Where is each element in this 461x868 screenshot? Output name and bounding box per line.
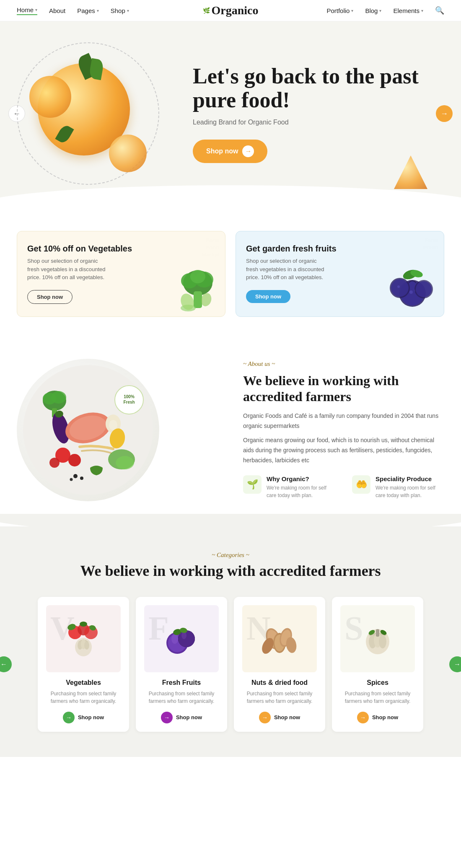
hero-section: ← Let's go back to the past pure food! L… (0, 21, 461, 206)
svg-point-29 (109, 420, 117, 430)
svg-point-38 (70, 478, 73, 481)
svg-point-37 (80, 477, 83, 480)
svg-text:100%: 100% (124, 394, 135, 399)
category-title-spices: Spices (340, 679, 415, 687)
feature-organic-title: Why Organic? (267, 475, 335, 482)
orange-wedge (109, 135, 147, 172)
food-circle: 100% Fresh (17, 359, 159, 501)
feature-speciality: 🤲 Speciality Produce We're making room f… (352, 475, 444, 499)
nav-item-portfolio[interactable]: Portfolio ▾ (326, 7, 353, 14)
blog-caret: ▾ (379, 8, 381, 13)
about-desc-1: Organic Foods and Café is a family run c… (243, 411, 444, 431)
navigation: Home ▾ About Pages ▾ Shop ▾ 🌿 Organico P… (0, 0, 461, 21)
elements-caret: ▾ (421, 8, 423, 13)
svg-point-35 (116, 456, 134, 469)
categories-prev-button[interactable]: ← (0, 656, 12, 672)
svg-point-32 (68, 454, 81, 466)
category-card-vegetables: V Veg (38, 597, 129, 732)
svg-point-71 (379, 635, 386, 648)
promo-title-1: Get 10% off on Vegetables (27, 244, 215, 254)
orange-slice-side (29, 76, 71, 118)
nav-item-blog[interactable]: Blog ▾ (365, 7, 381, 14)
promo-section: FarmFoodMarket Get 10% off on Vegetables… (0, 206, 461, 334)
category-card-spices: S Spi (332, 597, 423, 732)
promo-title-2: Get garden fresh fruits (246, 244, 434, 254)
category-image-vegetables: V (46, 605, 121, 672)
categories-title: We believe in working with accredited fa… (17, 562, 444, 580)
categories-wave-top (0, 514, 461, 535)
promo-card-fruits: FarmFresh Get garden fresh fruits Shop o… (236, 231, 444, 317)
svg-text:Fresh: Fresh (123, 400, 135, 404)
hero-shop-now-button[interactable]: Shop now → (193, 140, 267, 163)
category-desc-spices: Purchasing from select family farmers wh… (340, 690, 415, 705)
nav-item-about[interactable]: About (49, 7, 65, 14)
nuts-btn-arrow-icon: → (259, 712, 271, 723)
spices-btn-arrow-icon: → (357, 712, 369, 723)
food-arrangement-image: 100% Fresh (21, 363, 155, 497)
vegetables-btn-arrow-icon: → (63, 712, 75, 723)
category-btn-nuts[interactable]: → Shop now (259, 712, 300, 723)
hero-title: Let's go back to the past pure food! (193, 64, 427, 112)
logo[interactable]: 🌿 Organico (203, 4, 259, 17)
categories-grid: V Veg (38, 597, 423, 732)
about-image-side: 100% Fresh (17, 359, 218, 501)
feature-organic: 🌱 Why Organic? We're making room for sel… (243, 475, 335, 499)
category-btn-vegetables[interactable]: → Shop now (63, 712, 104, 723)
svg-point-46 (80, 622, 87, 627)
svg-point-3 (190, 270, 205, 283)
category-btn-spices[interactable]: → Shop now (357, 712, 398, 723)
promo-btn-vegetables[interactable]: Shop now (27, 290, 73, 304)
category-card-nuts: N Nuts & dried food Pur (234, 597, 325, 732)
promo-desc-1: Shop our selection of organic fresh vege… (27, 257, 111, 282)
about-title: We believe in working with accredited fa… (243, 373, 444, 405)
nav-item-shop[interactable]: Shop ▾ (111, 7, 129, 14)
category-desc-vegetables: Purchasing from select family farmers wh… (46, 690, 121, 705)
svg-rect-4 (194, 291, 202, 308)
fruit-composition (25, 51, 151, 176)
svg-point-14 (397, 285, 400, 288)
category-title-fruits: Fresh Fruits (144, 679, 219, 687)
broccoli-icon (175, 262, 221, 312)
nav-item-elements[interactable]: Elements ▾ (393, 7, 423, 14)
category-title-nuts: Nuts & dried food (242, 679, 317, 687)
about-features: 🌱 Why Organic? We're making room for sel… (243, 475, 444, 499)
about-section: 100% Fresh ~ About us ~ We believe in wo… (0, 334, 461, 526)
promo-desc-2: Shop our selection of organic fresh vege… (246, 257, 330, 282)
about-eyebrow: ~ About us ~ (243, 360, 444, 368)
categories-eyebrow: ~ Categories ~ (17, 552, 444, 559)
svg-point-33 (49, 458, 60, 468)
categories-next-button[interactable]: → (449, 656, 461, 672)
nav-item-home[interactable]: Home ▾ (17, 6, 37, 15)
svg-point-22 (51, 391, 66, 404)
hero-next-button[interactable]: → (436, 105, 453, 122)
organic-icon: 🌱 (243, 475, 262, 494)
promo-card-vegetables: FarmFoodMarket Get 10% off on Vegetables… (17, 231, 225, 317)
promo-watermark-1: FarmFoodMarket (202, 237, 219, 259)
category-desc-fruits: Purchasing from select family farmers wh… (144, 690, 219, 705)
blueberry-icon (385, 262, 440, 312)
portfolio-caret: ▾ (351, 8, 353, 13)
hero-subtitle: Leading Brand for Organic Food (193, 119, 427, 126)
hero-fruit-circle (17, 42, 159, 185)
category-btn-fruits[interactable]: → Shop now (161, 712, 202, 723)
svg-point-54 (171, 634, 178, 644)
svg-point-16 (416, 281, 432, 297)
categories-section: ~ Categories ~ We believe in working wit… (0, 526, 461, 757)
category-title-vegetables: Vegetables (46, 679, 121, 687)
promo-image-2 (385, 258, 440, 312)
category-image-nuts: N (242, 605, 317, 672)
feature-speciality-desc: We're making room for self care today wi… (376, 484, 444, 499)
shop-caret: ▾ (127, 8, 129, 13)
home-caret: ▾ (35, 8, 37, 12)
feature-speciality-text: Speciality Produce We're making room for… (376, 475, 444, 499)
pages-caret: ▾ (97, 8, 99, 13)
logo-leaf-icon: 🌿 (203, 7, 210, 14)
about-desc-2: Organic means growing our food, which is… (243, 435, 444, 465)
nav-item-pages[interactable]: Pages ▾ (77, 7, 99, 14)
search-icon[interactable]: 🔍 (435, 6, 444, 15)
hero-content: Let's go back to the past pure food! Lea… (176, 39, 461, 188)
svg-point-51 (84, 641, 89, 650)
categories-slider: ← V (17, 597, 444, 732)
promo-image-1 (166, 258, 221, 312)
promo-btn-fruits[interactable]: Shop now (246, 290, 290, 303)
